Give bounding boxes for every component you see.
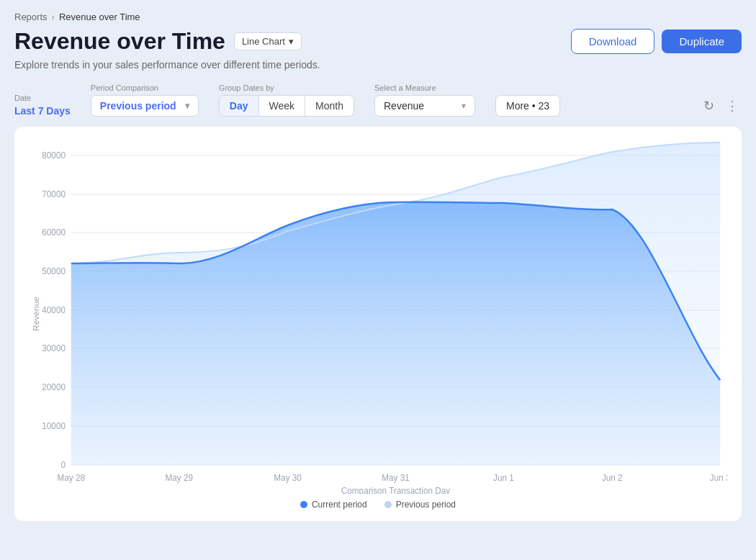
svg-text:60000: 60000 [42,227,66,238]
legend-previous: Previous period [384,500,456,510]
period-comparison-dropdown[interactable]: Previous period ▾ [91,95,199,117]
legend-previous-dot [384,501,392,508]
page-title: Revenue over Time [14,28,225,55]
legend-previous-label: Previous period [396,500,456,510]
svg-text:Revenue: Revenue [31,297,41,331]
svg-text:0: 0 [60,460,66,470]
svg-text:50000: 50000 [42,266,66,276]
duplicate-button[interactable]: Duplicate [662,30,742,53]
svg-text:Jun 3: Jun 3 [710,473,727,483]
measure-dropdown[interactable]: Revenue ▾ [374,95,475,117]
legend-current-dot [300,501,307,508]
date-filter-value[interactable]: Last 7 Days [14,105,71,117]
svg-text:80000: 80000 [42,150,66,161]
svg-text:40000: 40000 [42,305,66,315]
group-by-week-button[interactable]: Week [259,95,306,117]
page-subtitle: Explore trends in your sales performance… [14,59,742,71]
chart-legend: Current period Previous period [29,500,727,510]
svg-text:May 30: May 30 [274,473,302,483]
svg-text:30000: 30000 [42,343,66,353]
period-chevron-icon: ▾ [185,101,189,111]
breadcrumb-sep: › [52,12,55,22]
chart-type-chevron-icon: ▾ [289,36,294,47]
group-by-day-button[interactable]: Day [219,95,259,117]
period-filter-label: Period Comparison [91,83,199,92]
svg-text:Comparison Transaction Day: Comparison Transaction Day [341,486,450,494]
chart-type-button[interactable]: Line Chart ▾ [234,32,302,50]
breadcrumb-parent[interactable]: Reports [14,12,48,22]
svg-text:20000: 20000 [42,382,66,392]
group-by-month-button[interactable]: Month [305,95,354,117]
svg-text:10000: 10000 [42,421,66,431]
more-filters-button[interactable]: More • 23 [495,95,560,117]
measure-filter-label: Select a Measure [374,83,475,92]
legend-current-label: Current period [312,500,367,510]
svg-text:May 29: May 29 [165,473,193,483]
chart-area: 0 10000 20000 30000 40000 50000 60000 70… [29,141,727,494]
download-button[interactable]: Download [571,29,655,54]
refresh-button[interactable]: ↻ [701,95,717,117]
breadcrumb: Reports › Revenue over Time [14,12,742,22]
measure-chevron-icon: ▾ [462,101,466,111]
group-dates-label: Group Dates by [219,83,354,92]
breadcrumb-current: Revenue over Time [59,12,140,22]
date-filter-label: Date [14,94,71,102]
chart-container: 0 10000 20000 30000 40000 50000 60000 70… [14,127,742,521]
svg-text:May 28: May 28 [58,473,86,483]
svg-text:Jun 1: Jun 1 [493,473,514,483]
svg-text:70000: 70000 [42,189,66,199]
more-options-button[interactable]: ⋮ [723,95,742,117]
svg-text:Jun 2: Jun 2 [602,473,623,483]
svg-text:May 31: May 31 [382,473,410,483]
legend-current: Current period [300,500,367,510]
